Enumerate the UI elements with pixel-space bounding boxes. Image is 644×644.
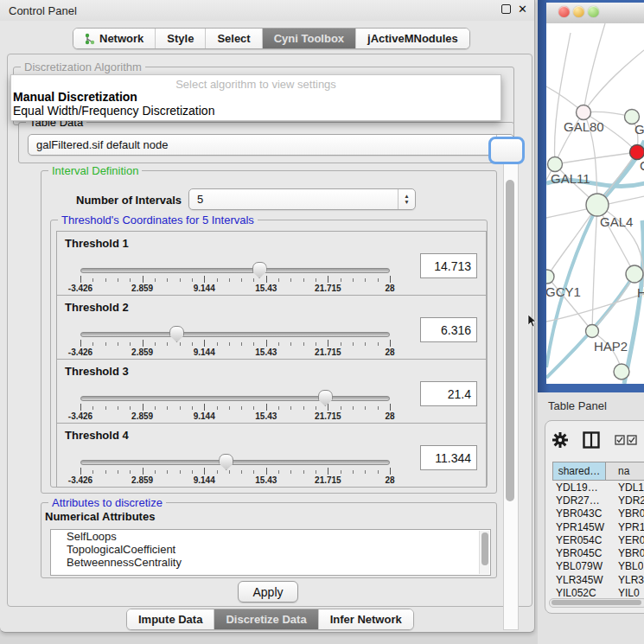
threshold-2-label: Threshold 2 <box>65 301 129 314</box>
thresholds-title: Threshold's Coordinates for 5 Intervals <box>58 214 258 226</box>
tab-select[interactable]: Select <box>206 29 262 48</box>
algorithm-combobox[interactable] <box>488 137 525 164</box>
attributes-group: Attributes to discretize Numerical Attri… <box>41 502 497 578</box>
node-gcy1[interactable] <box>546 270 554 284</box>
table-row[interactable]: YLR345WYLR3 <box>552 573 644 586</box>
cyni-toolbox-panel: Discretization Algorithm Table Data galF… <box>7 54 532 607</box>
table-panel: Table Panel <box>538 392 644 644</box>
tab-network-label: Network <box>99 32 143 45</box>
threshold-2-slider[interactable] <box>80 332 390 337</box>
horizontal-scrollbar-thumb[interactable] <box>552 600 641 605</box>
threshold-3-label: Threshold 3 <box>65 365 129 378</box>
tab-infer-network[interactable]: Infer Network <box>319 609 413 629</box>
close-icon[interactable]: ✕ <box>518 4 527 14</box>
settings-scrollbar[interactable] <box>503 162 519 630</box>
table-toolbar <box>552 428 644 452</box>
column-header-name[interactable]: na <box>606 462 644 481</box>
apply-button[interactable]: Apply <box>238 581 298 603</box>
control-panel-titlebar[interactable]: Control Panel ✕ <box>0 0 534 21</box>
node-label-c: C <box>640 158 644 173</box>
gear-icon[interactable] <box>552 432 568 448</box>
thresholds-group: Threshold's Coordinates for 5 Intervals … <box>50 220 488 488</box>
threshold-3-value-field[interactable]: 21.4 <box>420 381 477 406</box>
node-label-hap2: HAP2 <box>594 339 628 354</box>
slider-scale-labels: -3.4262.8599.14415.4321.71528 <box>80 348 390 358</box>
horizontal-scrollbar[interactable] <box>549 598 644 608</box>
tab-cyni-toolbox[interactable]: Cyni Toolbox <box>263 29 356 48</box>
threshold-1-label: Threshold 1 <box>65 237 129 250</box>
float-window-icon[interactable] <box>501 4 511 14</box>
screen: Control Panel ✕ Network Style Select Cyn… <box>0 0 644 644</box>
popup-option-manual[interactable]: Manual Discretization <box>13 90 137 104</box>
list-item[interactable]: TopologicalCoefficient <box>51 543 490 556</box>
threshold-4-label: Threshold 4 <box>65 429 129 442</box>
tab-impute-data[interactable]: Impute Data <box>127 609 214 629</box>
table-data-group: Table Data galFiltered.sif default node … <box>18 122 514 163</box>
select-columns-icon[interactable] <box>615 435 637 445</box>
table-row[interactable]: YBL079WYBL0 <box>552 560 644 573</box>
node-label-gcy1: GCY1 <box>546 284 581 299</box>
window-title: Control Panel <box>9 4 77 17</box>
threshold-2-value-field[interactable]: 6.316 <box>420 317 477 342</box>
node-hap2[interactable] <box>586 325 599 338</box>
table-rows: YDL19…YDL1YDR27…YDR2YBR043CYBR0YPR145WYP… <box>552 481 644 601</box>
slider-ticks <box>80 468 390 475</box>
list-item[interactable]: BetweennessCentrality <box>51 556 490 569</box>
table-row[interactable]: YDR27…YDR2 <box>552 494 644 507</box>
node-red-selected[interactable] <box>630 145 644 160</box>
zoom-traffic-light-icon[interactable] <box>588 6 599 17</box>
node-bottom[interactable] <box>614 364 629 379</box>
slider-ticks <box>80 404 390 411</box>
network-window-titlebar[interactable] <box>546 3 644 24</box>
threshold-4-panel: Threshold 4 -3.4262.8599.14415.4321.7152… <box>56 423 487 488</box>
slider-scale-labels: -3.4262.8599.14415.4321.71528 <box>80 411 390 422</box>
tab-discretize-data[interactable]: Discretize Data <box>214 609 318 629</box>
close-traffic-light-icon[interactable] <box>558 6 570 17</box>
threshold-3-slider[interactable] <box>80 396 390 401</box>
settings-scrollbar-thumb[interactable] <box>506 180 514 501</box>
table-row[interactable]: YBR043CYBR0 <box>552 507 644 520</box>
table-row[interactable]: YPR145WYPR1 <box>552 520 644 533</box>
stepper-icon[interactable]: ▲▼ <box>398 189 415 209</box>
threshold-1-value-field[interactable]: 14.713 <box>420 253 477 278</box>
control-panel-window: Control Panel ✕ Network Style Select Cyn… <box>0 0 535 633</box>
number-of-intervals-value: 5 <box>197 193 203 206</box>
top-tab-bar: Network Style Select Cyni Toolbox jActiv… <box>73 28 470 49</box>
numerical-attributes-list[interactable]: SelfLoopsTopologicalCoefficientBetweenne… <box>50 529 491 576</box>
node-label-gal11: GAL11 <box>551 171 590 186</box>
numerical-attributes-label: Numerical Attributes <box>45 510 155 523</box>
threshold-1-slider[interactable] <box>80 268 390 273</box>
column-header-shared-name[interactable]: shared… <box>552 462 606 481</box>
node-label-ga: GA <box>634 122 644 137</box>
bottom-tab-bar: Impute Data Discretize Data Infer Networ… <box>126 609 414 630</box>
network-canvas[interactable]: GAL80 GA C GAL11 GAL4 GCY1 H HAP2 <box>546 23 644 384</box>
list-scrollbar[interactable] <box>479 531 489 574</box>
tab-style[interactable]: Style <box>156 29 206 48</box>
table-panel-body: shared… na YDL19…YDL1YDR27…YDR2YBR043CYB… <box>545 420 644 614</box>
minimize-traffic-light-icon[interactable] <box>573 6 584 17</box>
popup-option-equal-width[interactable]: Equal Width/Frequency Discretization <box>13 104 214 118</box>
table-row[interactable]: YDL19…YDL1 <box>552 481 644 494</box>
tab-jactivemnodules[interactable]: jActiveMNodules <box>356 29 469 48</box>
slider-scale-labels: -3.4262.8599.14415.4321.71528 <box>80 284 390 294</box>
attributes-title: Attributes to discretize <box>48 496 166 509</box>
list-item[interactable]: SelfLoops <box>51 530 490 543</box>
node-gal4[interactable] <box>586 194 609 216</box>
table-row[interactable]: YER054CYER0 <box>552 533 644 546</box>
table-data-combobox[interactable]: galFiltered.sif default node ▲▼ <box>28 134 514 156</box>
popup-ghost-text: Select algorithm to view settings <box>11 78 501 91</box>
network-view-window: GAL80 GA C GAL11 GAL4 GCY1 H HAP2 <box>538 0 644 392</box>
node-h[interactable] <box>626 265 643 283</box>
node-label-h: H <box>637 285 644 300</box>
number-of-intervals-combobox[interactable]: 5 ▲▼ <box>188 188 416 210</box>
node-gal11[interactable] <box>548 157 563 172</box>
split-pane-icon[interactable] <box>583 431 600 449</box>
threshold-4-slider[interactable] <box>80 460 390 465</box>
table-row[interactable]: YBR045CYBR0 <box>552 546 644 559</box>
slider-ticks <box>80 276 390 284</box>
threshold-3-panel: Threshold 3 -3.4262.8599.14415.4321.7152… <box>56 359 487 424</box>
tab-network[interactable]: Network <box>73 29 156 48</box>
node-gal80[interactable] <box>577 105 591 120</box>
threshold-4-value-field[interactable]: 11.344 <box>420 445 477 470</box>
algorithm-popup: Select algorithm to view settings Manual… <box>10 74 501 121</box>
